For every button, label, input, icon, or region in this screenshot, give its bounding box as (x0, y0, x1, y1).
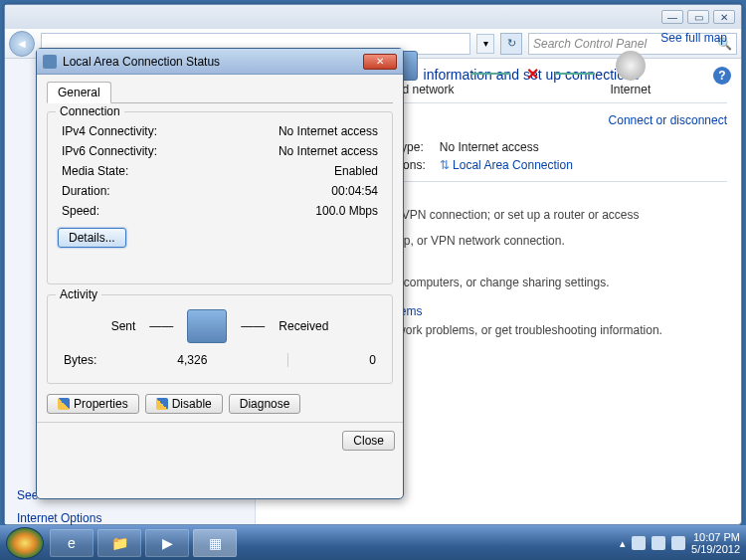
taskbar-item-media[interactable]: ▶ (145, 529, 189, 557)
activity-computer-icon (187, 309, 227, 343)
connection-link[interactable]: Local Area Connection (453, 158, 573, 172)
start-button[interactable] (6, 527, 44, 559)
tray-flag-icon[interactable] (632, 536, 646, 550)
taskbar-item-explorer[interactable]: 📁 (97, 529, 141, 557)
tab-header: General (47, 81, 393, 103)
diagnose-button[interactable]: Diagnose (229, 394, 301, 414)
network-node-internet: Internet (611, 51, 652, 96)
tray-chevron-icon[interactable]: ▴ (620, 537, 626, 549)
system-tray: ▴ 10:07 PM 5/19/2012 (620, 531, 740, 555)
sent-label: Sent (111, 319, 136, 333)
close-button[interactable]: ✕ (713, 10, 735, 24)
received-label: Received (279, 319, 328, 333)
shield-icon (156, 398, 168, 410)
disable-button[interactable]: Disable (145, 394, 223, 414)
tray-network-icon[interactable] (652, 536, 665, 550)
see-full-map-link[interactable]: See full map (660, 31, 727, 45)
help-icon[interactable]: ? (713, 67, 731, 85)
taskbar: e 📁 ▶ ▦ ▴ 10:07 PM 5/19/2012 (0, 525, 746, 560)
taskbar-item-ie[interactable]: e (50, 529, 93, 557)
maximize-button[interactable]: ▭ (687, 10, 709, 24)
taskbar-item-network[interactable]: ▦ (193, 529, 237, 557)
dialog-favicon-icon (43, 55, 57, 69)
details-button[interactable]: Details... (58, 228, 126, 248)
dialog-close-button[interactable]: ✕ (363, 54, 397, 70)
connect-disconnect-link[interactable]: Connect or disconnect (609, 113, 727, 127)
dialog-title: Local Area Connection Status (63, 55, 220, 69)
tab-general[interactable]: General (47, 82, 111, 103)
bytes-label: Bytes: (64, 353, 96, 367)
properties-button[interactable]: Properties (47, 394, 139, 414)
connection-status-dialog: Local Area Connection Status ✕ General C… (36, 48, 404, 499)
window-titlebar: — ▭ ✕ (5, 5, 741, 29)
tray-volume-icon[interactable] (671, 536, 685, 550)
bytes-received: 0 (369, 353, 376, 367)
line-icon: —— (241, 319, 265, 333)
globe-icon (616, 51, 646, 81)
minimize-button[interactable]: — (661, 10, 683, 24)
bytes-sent: 4,326 (177, 353, 207, 367)
activity-group: Activity Sent —— —— Received Bytes: 4,32… (47, 294, 393, 384)
connection-group: Connection IPv4 Connectivity:No Internet… (47, 111, 393, 284)
net-line-icon (555, 73, 595, 75)
line-icon: —— (149, 319, 173, 333)
net-failed-icon: ✕ (526, 65, 539, 84)
clock[interactable]: 10:07 PM 5/19/2012 (691, 531, 740, 555)
close-dialog-button[interactable]: Close (342, 431, 395, 451)
net-line-icon (470, 73, 510, 75)
dialog-titlebar: Local Area Connection Status ✕ (37, 49, 403, 75)
shield-icon (58, 398, 70, 410)
back-button[interactable]: ◄ (9, 31, 35, 57)
